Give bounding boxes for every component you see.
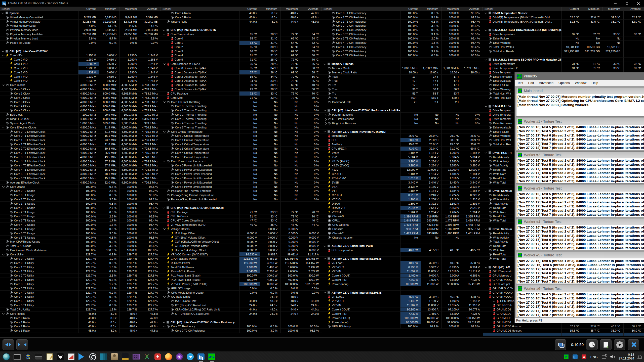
chevron-down-icon[interactable]	[324, 130, 326, 132]
sensor-row[interactable]: Core 2 Clock4,800.0 MHz800.0 MHz4,803.5 …	[0, 96, 161, 100]
sensor-row[interactable]: Core 571 °C28 °C72 °C70 °C	[161, 58, 322, 62]
sensor-row[interactable]: Ring Limit ReasonsNoNoNo0 %	[322, 121, 483, 125]
chevron-down-icon[interactable]	[485, 105, 487, 107]
sensor-row[interactable]: Core 3 Critical TemperatureNoNoNo0 %	[161, 147, 322, 151]
chevron-down-icon[interactable]	[324, 109, 326, 111]
sensor-row[interactable]: Core 4 T0 Usage100.0 %1.6 %100.0 %98.4 %	[0, 223, 161, 227]
menu-options[interactable]: Options	[556, 81, 572, 85]
sensor-row[interactable]: Core 5 Distance to TjMAX29 °C28 °C72 °C3…	[161, 87, 322, 92]
sensor-row[interactable]: Core Thermal ThrottlingNoNoNo0 %	[161, 100, 322, 104]
sensor-section-row[interactable]: S.M.A.R.T.: HGST HUS726060ALE614 (K8HD9K…	[483, 28, 644, 32]
sensor-row[interactable]: PL1 Power Limit (Static)300.0 W300.0 W30…	[161, 274, 322, 278]
sensor-row[interactable]: Tcas17 T17 T17 T	[322, 75, 483, 79]
sensor-row[interactable]: Core 2 T0 Usage100.0 %2.7 %100.0 %98.5 %	[0, 206, 161, 210]
sensor-row[interactable]: Core 366 °C30 °C67 °C65 °C	[161, 49, 322, 54]
sensor-row[interactable]: System Agent Clock1,000.0 MHz999.0 MHz1,…	[0, 121, 161, 125]
sensor-row[interactable]: Total CPU Utility129.7 %1.2 %129.7 %127.…	[0, 307, 161, 312]
taskbar-game-2-icon[interactable]	[122, 353, 129, 360]
sensor-row[interactable]: Physical Memory Available29,786 MB29,753…	[0, 32, 161, 36]
sensor-row[interactable]: Core 4 T1 Effective Clock4,800.0 MHz16.1…	[0, 168, 161, 172]
volume-icon[interactable]	[610, 355, 615, 358]
chevron-right-icon[interactable]	[324, 122, 327, 125]
language-indicator[interactable]: ENG	[590, 355, 598, 359]
sensor-row[interactable]: Core 4 T0 Effective Clock4,800.0 MHz37.5…	[0, 163, 161, 168]
sensor-section-row[interactable]: S.M.A.R.T.: Samsung SSD 990 PRO with Hea…	[483, 58, 644, 62]
sensor-section-row[interactable]: ASRock Z370 Taichi (Nuvoton NCT6791D)	[322, 130, 483, 134]
sensor-row[interactable]: Core 4 Power Limit ExceededNoNoNo0 %	[161, 180, 322, 185]
sensor-row[interactable]: Core 1 Clock4,800.0 MHz800.0 MHz4,803.5 …	[0, 92, 161, 96]
sensor-section-row[interactable]: CPU [#0]: Intel Core i7-8700K: C-State R…	[161, 320, 322, 325]
close-button[interactable]	[632, 0, 644, 7]
sensor-row[interactable]: Core 5 Critical TemperatureNoNoNo0 %	[161, 155, 322, 159]
sensor-row[interactable]: Power (Input)89.000 W11.000 W90.000 W85.…	[322, 282, 483, 286]
sensor-row[interactable]: Drive FailureNoNoNo	[483, 36, 644, 41]
sensor-row[interactable]: VR VOUT1.140 V1.139 V1.190 V1.143 V	[322, 299, 483, 303]
chevron-down-icon[interactable]	[485, 58, 487, 61]
pane-column-headers[interactable]: SensorCurrentMinimumMaximumAverage	[322, 7, 483, 11]
sensor-row[interactable]: Rest-of-Chip Power2.345 W2.253 W2.656 W2…	[161, 269, 322, 274]
menu-help[interactable]: Help	[589, 81, 601, 85]
chevron-down-icon[interactable]	[2, 253, 5, 255]
tray-hwinfo-icon[interactable]	[573, 354, 578, 359]
sensor-row[interactable]: Core 3 T1 C0 Residency100.0 %2.0 %100.0 …	[322, 36, 483, 41]
taskbar-obs-studio-icon[interactable]	[89, 353, 97, 360]
sensor-row[interactable]: Core 1 T1 Utility129.7 %0.2 %129.7 %127.…	[0, 269, 161, 274]
worker-5-titlebar[interactable]: 2ᴾ-1Worker #5 - Torture Test	[516, 252, 644, 259]
sensor-row[interactable]: Core 1 Distance to TjMAX37 °C36 °C69 °C3…	[161, 70, 322, 75]
sensor-row[interactable]: VCCSA1.264 V1.264 V1.264 V1.264 V	[322, 210, 483, 214]
sensor-row[interactable]: Core 065 °C31 °C66 °C64 °C	[161, 36, 322, 41]
chevron-down-icon[interactable]	[163, 100, 166, 103]
taskbar-downloader-icon[interactable]	[154, 353, 162, 360]
sensor-row[interactable]: Core Effective Clocks4,800.0 MHz11.8 MHz…	[0, 125, 161, 130]
sensor-row[interactable]: Core 1 T0 Utility129.7 %1.5 %129.7 %128.…	[0, 265, 161, 269]
sensor-row[interactable]: Core 3 T0 Effective Clock4,800.0 MHz49.5…	[0, 155, 161, 159]
sensor-row[interactable]: Core 3 T1 Utility129.7 %1.4 %129.7 %127.…	[0, 286, 161, 291]
sensor-row[interactable]: GT Limit ReasonsNoNoNo0 %	[322, 117, 483, 121]
worker-1-titlebar[interactable]: 2ᴾ-1Worker #1 - Torture Test	[516, 118, 644, 125]
worker-4-titlebar[interactable]: 2ᴾ-1Worker #4 - Torture Test	[516, 218, 644, 225]
sensor-row[interactable]: Bus Clock100.0 MHz99.9 MHz100.1 MHz100.0…	[0, 113, 161, 117]
sensor-row[interactable]: Core 3 T1 Usage100.0 %1.7 %100.0 %98.4 %	[0, 218, 161, 223]
sensor-row[interactable]: IA Cores Power119.009 W4.218 W119.578 W1…	[161, 261, 322, 265]
sensor-row[interactable]: Core 3 Clock4,800.0 MHz800.0 MHz4,803.5 …	[0, 100, 161, 104]
sensor-row[interactable]: Core 0 Thermal ThrottlingNoNoNo0 %	[161, 104, 322, 109]
sensor-row[interactable]: Core Critical TemperatureNoNoNo0 %	[161, 130, 322, 134]
chevron-down-icon[interactable]	[2, 12, 4, 14]
sensor-row[interactable]: Chassis21,473 RPM743 RPM1,485 RPM1,451 R…	[322, 231, 483, 236]
sensor-row[interactable]: Core 4 Ratio48.0 x8.0 x48.0 x47.8 x	[161, 11, 322, 15]
sensor-row[interactable]: VR VCC Temperature (SVID)46 °C35 °C46 °C…	[161, 223, 322, 227]
sensor-row[interactable]: +5V5.064 V5.064 V5.064 V5.064 V	[322, 155, 483, 159]
sensor-row[interactable]: Core 2 Thermal ThrottlingNoNoNo0 %	[161, 113, 322, 117]
chevron-down-icon[interactable]	[2, 126, 5, 128]
chevron-down-icon[interactable]	[163, 33, 166, 35]
taskbar-sharex-icon[interactable]: S	[24, 353, 32, 360]
tray-amd-icon[interactable]: a	[582, 354, 586, 359]
sensor-row[interactable]: Core 3 T0 Usage100.0 %2.8 %100.0 %98.5 %	[0, 214, 161, 219]
sensor-row[interactable]: Auxiliary25.0 °C25.0 °C25.0 °C25.0 °C	[322, 142, 483, 147]
chevron-down-icon[interactable]	[324, 62, 326, 65]
sensor-row[interactable]: Core 2 Power Limit ExceededNoNoNo0 %	[161, 172, 322, 176]
sensor-row[interactable]: Memory Clock1,800.0 MHz1,798.2 MHz1,801.…	[322, 66, 483, 70]
sensor-row[interactable]: Current (IOUT)90.900 A13.900 A97.100 A90…	[322, 307, 483, 312]
sensor-row[interactable]: Core 0 VID1.289 V0.660 V1.290 V1.265 V	[0, 58, 161, 62]
sensor-row[interactable]: Ring/LLC Clock4,400.0 MHz800.0 MHz4,403.…	[0, 117, 161, 121]
sensor-row[interactable]: CPU Package Power121.342 W6.459 W122.014…	[161, 257, 322, 261]
reset-clock-button[interactable]	[586, 339, 598, 350]
sensor-row[interactable]: Core 0 T1 Effective Clock4,800.0 MHz16.1…	[0, 134, 161, 138]
chevron-down-icon[interactable]	[163, 206, 165, 209]
sensor-row[interactable]: Virtual Memory Committed5,275 MB5,143 MB…	[0, 15, 161, 20]
sensor-row[interactable]: +3.3V (3VCC)3.280 V3.264 V3.280 V3.280 V	[322, 163, 483, 168]
sensor-row[interactable]: IA OC Ratio Limit48.0 x48.0 x48.0 x48.0 …	[161, 299, 322, 303]
sensor-row[interactable]: Core 5 T1 C0 Residency100.0 %0.5 %100.0 …	[322, 53, 483, 58]
sensor-section-row[interactable]: CPU [#0]: Intel Core i7-8700K	[0, 49, 161, 54]
worker-6-titlebar[interactable]: 2ᴾ-1Worker #6 - Torture Test	[516, 285, 644, 292]
sensor-section-row[interactable]: CPU [#0]: Intel Core i7-8700K: Performan…	[322, 108, 483, 113]
sensor-row[interactable]: Command Rate2 T2 T2 T	[322, 100, 483, 104]
sensor-row[interactable]: Core Usage100.0 %0.3 %100.0 %98.5 %	[0, 185, 161, 189]
sensor-row[interactable]: Core 5 Ratio48.0 x8.0 x48.0 x47.8 x	[161, 15, 322, 20]
sensor-row[interactable]: CPU11,448 RPM393 RPM1,475 RPM1,428 RPM	[322, 218, 483, 223]
sensor-row[interactable]: VR Loop140.0 °C32.0 °C40.0 °C37.8 °C	[322, 261, 483, 265]
chevron-down-icon[interactable]	[324, 291, 326, 293]
sensor-row[interactable]: Core 2 T1 Utility129.7 %0.6 %129.7 %127.…	[0, 278, 161, 282]
sensor-row[interactable]: GPU MCD5 Hotspot37.9 °C37.8 °C40.2 °C38.…	[483, 324, 644, 329]
